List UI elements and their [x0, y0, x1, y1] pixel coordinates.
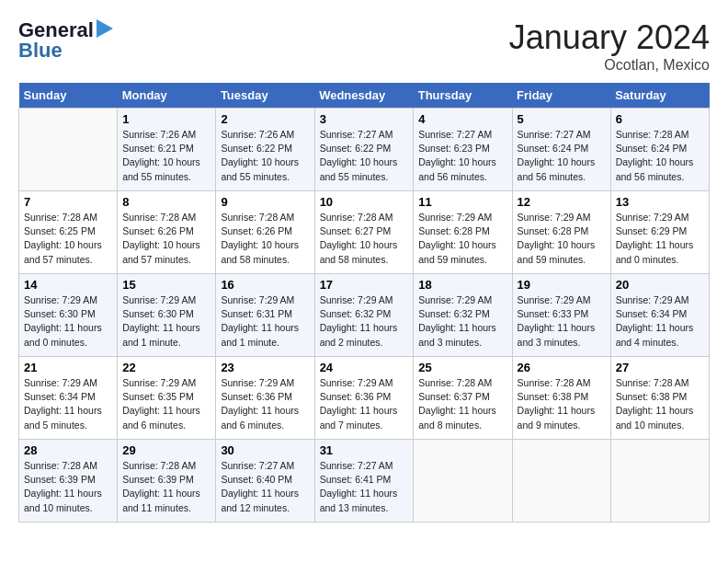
day-number: 30 [221, 443, 309, 457]
day-info: Sunrise: 7:28 AM Sunset: 6:26 PM Dayligh… [221, 211, 309, 267]
day-info: Sunrise: 7:27 AM Sunset: 6:22 PM Dayligh… [320, 128, 409, 184]
day-number: 8 [122, 195, 210, 209]
calendar-header-row: SundayMondayTuesdayWednesdayThursdayFrid… [19, 83, 710, 109]
day-number: 20 [616, 278, 704, 292]
calendar-cell: 28Sunrise: 7:28 AM Sunset: 6:39 PM Dayli… [19, 440, 118, 523]
page-header: General Blue January 2024 Ocotlan, Mexic… [18, 18, 710, 74]
day-number: 24 [320, 361, 409, 374]
day-info: Sunrise: 7:28 AM Sunset: 6:26 PM Dayligh… [122, 211, 210, 267]
day-number: 28 [24, 443, 112, 457]
calendar-week-2: 7Sunrise: 7:28 AM Sunset: 6:25 PM Daylig… [19, 191, 710, 274]
day-info: Sunrise: 7:28 AM Sunset: 6:37 PM Dayligh… [418, 376, 506, 432]
day-number: 9 [221, 195, 309, 209]
calendar-cell: 20Sunrise: 7:29 AM Sunset: 6:34 PM Dayli… [610, 274, 709, 357]
day-number: 3 [320, 112, 409, 126]
day-info: Sunrise: 7:29 AM Sunset: 6:30 PM Dayligh… [122, 293, 210, 350]
day-info: Sunrise: 7:29 AM Sunset: 6:34 PM Dayligh… [616, 293, 704, 350]
day-number: 31 [320, 443, 409, 457]
calendar-week-3: 14Sunrise: 7:29 AM Sunset: 6:30 PM Dayli… [19, 274, 710, 357]
logo-arrow-icon [97, 19, 113, 41]
calendar-cell: 3Sunrise: 7:27 AM Sunset: 6:22 PM Daylig… [314, 109, 414, 191]
calendar-cell: 11Sunrise: 7:29 AM Sunset: 6:28 PM Dayli… [414, 191, 512, 274]
day-number: 7 [24, 195, 112, 209]
day-number: 4 [418, 112, 506, 126]
day-info: Sunrise: 7:28 AM Sunset: 6:38 PM Dayligh… [518, 376, 606, 432]
calendar-cell: 18Sunrise: 7:29 AM Sunset: 6:32 PM Dayli… [414, 274, 512, 357]
calendar-cell: 22Sunrise: 7:29 AM Sunset: 6:35 PM Dayli… [118, 357, 216, 440]
calendar-cell: 13Sunrise: 7:29 AM Sunset: 6:29 PM Dayli… [610, 191, 709, 274]
header-day-wednesday: Wednesday [314, 83, 414, 109]
day-info: Sunrise: 7:27 AM Sunset: 6:40 PM Dayligh… [221, 459, 309, 515]
day-info: Sunrise: 7:29 AM Sunset: 6:30 PM Dayligh… [24, 293, 112, 350]
calendar-cell: 14Sunrise: 7:29 AM Sunset: 6:30 PM Dayli… [19, 274, 118, 357]
day-info: Sunrise: 7:28 AM Sunset: 6:25 PM Dayligh… [24, 211, 112, 267]
day-info: Sunrise: 7:26 AM Sunset: 6:21 PM Dayligh… [122, 128, 210, 184]
day-number: 19 [518, 278, 606, 292]
calendar-cell: 24Sunrise: 7:29 AM Sunset: 6:36 PM Dayli… [314, 357, 414, 440]
day-number: 25 [418, 361, 506, 374]
calendar-table: SundayMondayTuesdayWednesdayThursdayFrid… [18, 83, 710, 523]
calendar-cell: 17Sunrise: 7:29 AM Sunset: 6:32 PM Dayli… [314, 274, 414, 357]
header-day-monday: Monday [118, 83, 216, 109]
month-title: January 2024 [509, 18, 710, 57]
title-block: January 2024 Ocotlan, Mexico [509, 18, 710, 74]
day-info: Sunrise: 7:29 AM Sunset: 6:34 PM Dayligh… [24, 376, 112, 432]
day-info: Sunrise: 7:29 AM Sunset: 6:31 PM Dayligh… [221, 293, 309, 350]
day-info: Sunrise: 7:28 AM Sunset: 6:39 PM Dayligh… [24, 459, 112, 515]
calendar-week-4: 21Sunrise: 7:29 AM Sunset: 6:34 PM Dayli… [19, 357, 710, 440]
day-number: 11 [418, 195, 506, 209]
calendar-cell: 27Sunrise: 7:28 AM Sunset: 6:38 PM Dayli… [610, 357, 709, 440]
day-info: Sunrise: 7:26 AM Sunset: 6:22 PM Dayligh… [221, 128, 309, 184]
svg-marker-0 [97, 19, 113, 38]
calendar-cell: 31Sunrise: 7:27 AM Sunset: 6:41 PM Dayli… [314, 440, 414, 523]
day-info: Sunrise: 7:29 AM Sunset: 6:33 PM Dayligh… [518, 293, 606, 350]
day-number: 23 [221, 361, 309, 374]
calendar-cell: 29Sunrise: 7:28 AM Sunset: 6:39 PM Dayli… [118, 440, 216, 523]
header-day-sunday: Sunday [19, 83, 118, 109]
calendar-cell: 4Sunrise: 7:27 AM Sunset: 6:23 PM Daylig… [414, 109, 512, 191]
day-number: 16 [221, 278, 309, 292]
day-number: 13 [616, 195, 704, 209]
calendar-cell: 7Sunrise: 7:28 AM Sunset: 6:25 PM Daylig… [19, 191, 118, 274]
day-number: 12 [518, 195, 606, 209]
day-number: 10 [320, 195, 409, 209]
calendar-cell: 12Sunrise: 7:29 AM Sunset: 6:28 PM Dayli… [512, 191, 610, 274]
day-number: 2 [221, 112, 309, 126]
header-day-tuesday: Tuesday [216, 83, 314, 109]
calendar-cell: 5Sunrise: 7:27 AM Sunset: 6:24 PM Daylig… [512, 109, 610, 191]
calendar-cell: 10Sunrise: 7:28 AM Sunset: 6:27 PM Dayli… [314, 191, 414, 274]
calendar-cell: 21Sunrise: 7:29 AM Sunset: 6:34 PM Dayli… [19, 357, 118, 440]
calendar-cell: 6Sunrise: 7:28 AM Sunset: 6:24 PM Daylig… [610, 109, 709, 191]
day-info: Sunrise: 7:28 AM Sunset: 6:38 PM Dayligh… [616, 376, 704, 432]
calendar-cell: 1Sunrise: 7:26 AM Sunset: 6:21 PM Daylig… [118, 109, 216, 191]
calendar-cell: 30Sunrise: 7:27 AM Sunset: 6:40 PM Dayli… [216, 440, 314, 523]
header-day-thursday: Thursday [414, 83, 512, 109]
calendar-cell: 15Sunrise: 7:29 AM Sunset: 6:30 PM Dayli… [118, 274, 216, 357]
day-number: 21 [24, 361, 112, 374]
day-number: 1 [122, 112, 210, 126]
day-number: 5 [518, 112, 606, 126]
calendar-cell [19, 109, 118, 191]
day-info: Sunrise: 7:29 AM Sunset: 6:29 PM Dayligh… [616, 211, 704, 267]
day-number: 15 [122, 278, 210, 292]
calendar-cell: 23Sunrise: 7:29 AM Sunset: 6:36 PM Dayli… [216, 357, 314, 440]
day-number: 27 [616, 361, 704, 374]
day-number: 17 [320, 278, 409, 292]
day-info: Sunrise: 7:29 AM Sunset: 6:35 PM Dayligh… [122, 376, 210, 432]
day-info: Sunrise: 7:29 AM Sunset: 6:36 PM Dayligh… [320, 376, 409, 432]
day-number: 14 [24, 278, 112, 292]
calendar-cell: 16Sunrise: 7:29 AM Sunset: 6:31 PM Dayli… [216, 274, 314, 357]
calendar-cell: 2Sunrise: 7:26 AM Sunset: 6:22 PM Daylig… [216, 109, 314, 191]
day-info: Sunrise: 7:28 AM Sunset: 6:27 PM Dayligh… [320, 211, 409, 267]
calendar-cell: 19Sunrise: 7:29 AM Sunset: 6:33 PM Dayli… [512, 274, 610, 357]
day-number: 6 [616, 112, 704, 126]
header-day-saturday: Saturday [610, 83, 709, 109]
calendar-cell [610, 440, 709, 523]
location: Ocotlan, Mexico [509, 57, 710, 74]
day-number: 26 [518, 361, 606, 374]
day-number: 18 [418, 278, 506, 292]
calendar-week-5: 28Sunrise: 7:28 AM Sunset: 6:39 PM Dayli… [19, 440, 710, 523]
day-info: Sunrise: 7:28 AM Sunset: 6:24 PM Dayligh… [616, 128, 704, 184]
calendar-cell [414, 440, 512, 523]
calendar-week-1: 1Sunrise: 7:26 AM Sunset: 6:21 PM Daylig… [19, 109, 710, 191]
